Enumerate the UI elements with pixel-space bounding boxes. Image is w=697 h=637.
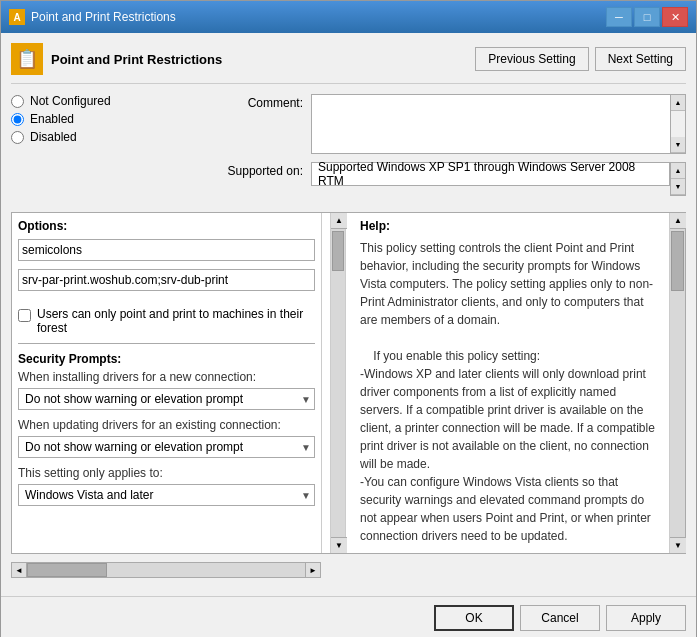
radio-not-configured[interactable]: Not Configured [11,94,211,108]
radio-not-configured-input[interactable] [11,95,24,108]
applies-dropdown[interactable]: Windows Vista and later [18,484,315,506]
policy-header-title: Point and Print Restrictions [51,52,222,67]
options-scroll-down[interactable]: ▼ [331,537,347,553]
cancel-button[interactable]: Cancel [520,605,600,631]
help-scroll-down[interactable]: ▼ [670,537,686,553]
supported-value: Supported Windows XP SP1 through Windows… [311,162,670,186]
title-bar-controls: ─ □ ✕ [606,7,688,27]
maximize-button[interactable]: □ [634,7,660,27]
supported-scroll-up[interactable]: ▲ [671,163,685,179]
installing-dropdown-wrapper: Do not show warning or elevation prompt … [18,388,315,410]
policy-header: 📋 Point and Print Restrictions Previous … [11,43,686,84]
radio-enabled-label: Enabled [30,112,74,126]
radio-disabled-label: Disabled [30,130,77,144]
next-setting-button[interactable]: Next Setting [595,47,686,71]
supported-scrollbar: ▲ ▼ [670,162,686,196]
top-buttons: Previous Setting Next Setting [475,47,686,71]
comment-scroll-track [671,111,685,137]
help-scroll-thumb [671,231,684,291]
radio-group: Not Configured Enabled Disabled [11,94,211,144]
comment-scroll-up[interactable]: ▲ [671,95,685,111]
policy-icon: 📋 [11,43,43,75]
radio-enabled[interactable]: Enabled [11,112,211,126]
main-window: A Point and Print Restrictions ─ □ ✕ 📋 P… [0,0,697,637]
forest-checkbox[interactable] [18,309,31,322]
previous-setting-button[interactable]: Previous Setting [475,47,588,71]
updating-label: When updating drivers for an existing co… [18,418,315,432]
help-scrollbar: ▲ ▼ [669,213,685,553]
options-hscroll-right[interactable]: ► [305,562,321,578]
options-hscrollbar: ◄ ► [11,562,321,578]
help-panel: Help: This policy setting controls the c… [354,213,661,553]
options-panel: Options: Users can only point and print … [12,213,322,553]
comment-input[interactable] [311,94,670,154]
comment-scroll-down[interactable]: ▼ [671,137,685,153]
divider-1 [18,343,315,344]
help-text: This policy setting controls the client … [360,239,655,553]
comment-row: Comment: ▲ ▼ [221,94,686,154]
help-scroll-track [670,229,685,537]
updating-dropdown-wrapper: Do not show warning or elevation prompt … [18,436,315,458]
close-button[interactable]: ✕ [662,7,688,27]
servers-input[interactable] [18,269,315,291]
filter-input[interactable] [18,239,315,261]
filter-input-wrapper [18,239,315,265]
minimize-button[interactable]: ─ [606,7,632,27]
servers-input-wrapper [18,269,315,299]
applies-label: This setting only applies to: [18,466,315,480]
left-panel: Not Configured Enabled Disabled [11,94,211,204]
radio-disabled[interactable]: Disabled [11,130,211,144]
ok-button[interactable]: OK [434,605,514,631]
forest-checkbox-label: Users can only point and print to machin… [37,307,315,335]
content-area: 📋 Point and Print Restrictions Previous … [1,33,696,596]
help-scroll-up[interactable]: ▲ [670,213,686,229]
title-bar: A Point and Print Restrictions ─ □ ✕ [1,1,696,33]
comment-scrollbar: ▲ ▼ [670,94,686,154]
forest-checkbox-row[interactable]: Users can only point and print to machin… [18,307,315,335]
comment-label: Comment: [221,94,311,110]
options-scrollbar: ▲ ▼ [330,213,346,553]
footer-buttons: OK Cancel Apply [1,596,696,637]
updating-dropdown[interactable]: Do not show warning or elevation prompt … [18,436,315,458]
options-scroll-thumb [332,231,344,271]
window-title: Point and Print Restrictions [31,10,176,24]
supported-row: Supported on: Supported Windows XP SP1 t… [221,162,686,196]
options-scroll-up[interactable]: ▲ [331,213,347,229]
supported-scroll-down[interactable]: ▼ [671,179,685,195]
help-label: Help: [360,219,655,233]
installing-dropdown[interactable]: Do not show warning or elevation prompt … [18,388,315,410]
title-bar-left: A Point and Print Restrictions [9,9,176,25]
radio-enabled-input[interactable] [11,113,24,126]
apply-button[interactable]: Apply [606,605,686,631]
right-settings: Comment: ▲ ▼ Supported on: Supported Win… [221,94,686,204]
radio-not-configured-label: Not Configured [30,94,111,108]
options-label: Options: [18,219,315,233]
supported-label: Supported on: [221,162,311,178]
options-hscroll-track [27,562,305,578]
radio-disabled-input[interactable] [11,131,24,144]
options-hscroll-left[interactable]: ◄ [11,562,27,578]
applies-dropdown-wrapper: Windows Vista and later ▼ [18,484,315,506]
title-bar-icon: A [9,9,25,25]
supported-field-wrapper: Supported Windows XP SP1 through Windows… [311,162,686,196]
options-scroll-track [331,229,345,537]
comment-field-wrapper: ▲ ▼ [311,94,686,154]
security-prompts-title: Security Prompts: [18,352,315,366]
options-hscroll-thumb [27,563,107,577]
installing-label: When installing drivers for a new connec… [18,370,315,384]
two-panel: Options: Users can only point and print … [11,212,686,554]
